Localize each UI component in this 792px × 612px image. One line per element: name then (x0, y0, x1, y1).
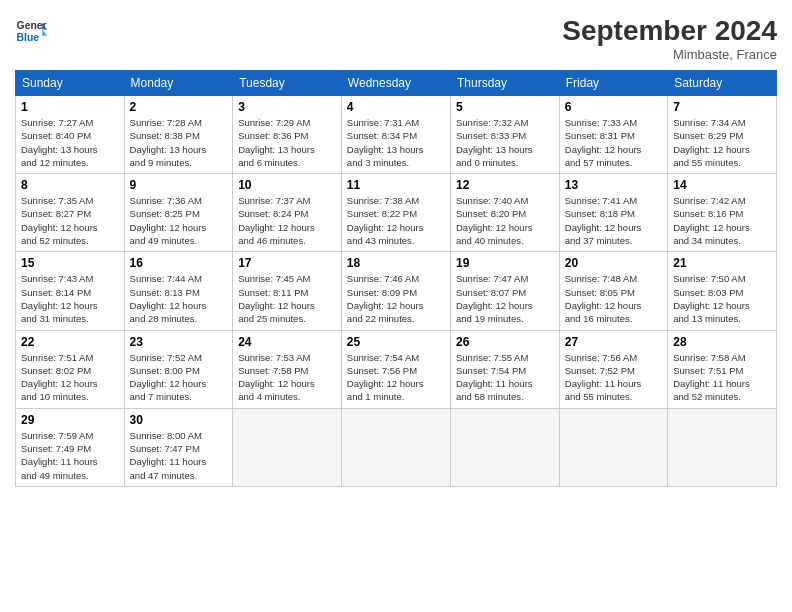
header-thursday: Thursday (450, 71, 559, 96)
day-number: 17 (238, 256, 336, 270)
header-wednesday: Wednesday (341, 71, 450, 96)
day-cell: 28Sunrise: 7:58 AM Sunset: 7:51 PM Dayli… (668, 330, 777, 408)
day-cell: 6Sunrise: 7:33 AM Sunset: 8:31 PM Daylig… (559, 96, 667, 174)
day-info: Sunrise: 7:27 AM Sunset: 8:40 PM Dayligh… (21, 116, 119, 169)
day-cell: 5Sunrise: 7:32 AM Sunset: 8:33 PM Daylig… (450, 96, 559, 174)
day-cell (233, 408, 342, 486)
day-number: 28 (673, 335, 771, 349)
header-saturday: Saturday (668, 71, 777, 96)
header-tuesday: Tuesday (233, 71, 342, 96)
day-number: 3 (238, 100, 336, 114)
day-cell: 25Sunrise: 7:54 AM Sunset: 7:56 PM Dayli… (341, 330, 450, 408)
title-block: September 2024 Mimbaste, France (562, 15, 777, 62)
day-number: 20 (565, 256, 662, 270)
day-info: Sunrise: 7:36 AM Sunset: 8:25 PM Dayligh… (130, 194, 228, 247)
day-number: 23 (130, 335, 228, 349)
day-number: 15 (21, 256, 119, 270)
day-cell: 4Sunrise: 7:31 AM Sunset: 8:34 PM Daylig… (341, 96, 450, 174)
day-info: Sunrise: 7:32 AM Sunset: 8:33 PM Dayligh… (456, 116, 554, 169)
day-info: Sunrise: 7:35 AM Sunset: 8:27 PM Dayligh… (21, 194, 119, 247)
day-cell: 19Sunrise: 7:47 AM Sunset: 8:07 PM Dayli… (450, 252, 559, 330)
day-number: 16 (130, 256, 228, 270)
day-number: 10 (238, 178, 336, 192)
day-info: Sunrise: 7:31 AM Sunset: 8:34 PM Dayligh… (347, 116, 445, 169)
day-number: 24 (238, 335, 336, 349)
week-row-4: 22Sunrise: 7:51 AM Sunset: 8:02 PM Dayli… (16, 330, 777, 408)
day-info: Sunrise: 7:28 AM Sunset: 8:38 PM Dayligh… (130, 116, 228, 169)
day-number: 19 (456, 256, 554, 270)
logo: General Blue (15, 15, 47, 47)
day-cell: 21Sunrise: 7:50 AM Sunset: 8:03 PM Dayli… (668, 252, 777, 330)
day-info: Sunrise: 7:46 AM Sunset: 8:09 PM Dayligh… (347, 272, 445, 325)
day-cell: 10Sunrise: 7:37 AM Sunset: 8:24 PM Dayli… (233, 174, 342, 252)
weekday-header-row: Sunday Monday Tuesday Wednesday Thursday… (16, 71, 777, 96)
day-info: Sunrise: 7:34 AM Sunset: 8:29 PM Dayligh… (673, 116, 771, 169)
day-cell: 8Sunrise: 7:35 AM Sunset: 8:27 PM Daylig… (16, 174, 125, 252)
day-info: Sunrise: 7:40 AM Sunset: 8:20 PM Dayligh… (456, 194, 554, 247)
day-cell: 15Sunrise: 7:43 AM Sunset: 8:14 PM Dayli… (16, 252, 125, 330)
day-number: 7 (673, 100, 771, 114)
day-number: 13 (565, 178, 662, 192)
day-cell: 26Sunrise: 7:55 AM Sunset: 7:54 PM Dayli… (450, 330, 559, 408)
day-info: Sunrise: 7:50 AM Sunset: 8:03 PM Dayligh… (673, 272, 771, 325)
day-info: Sunrise: 7:42 AM Sunset: 8:16 PM Dayligh… (673, 194, 771, 247)
day-cell: 27Sunrise: 7:56 AM Sunset: 7:52 PM Dayli… (559, 330, 667, 408)
header-monday: Monday (124, 71, 233, 96)
day-cell: 17Sunrise: 7:45 AM Sunset: 8:11 PM Dayli… (233, 252, 342, 330)
day-cell (341, 408, 450, 486)
day-number: 30 (130, 413, 228, 427)
day-cell: 14Sunrise: 7:42 AM Sunset: 8:16 PM Dayli… (668, 174, 777, 252)
day-number: 9 (130, 178, 228, 192)
day-info: Sunrise: 7:55 AM Sunset: 7:54 PM Dayligh… (456, 351, 554, 404)
day-info: Sunrise: 7:52 AM Sunset: 8:00 PM Dayligh… (130, 351, 228, 404)
day-info: Sunrise: 7:53 AM Sunset: 7:58 PM Dayligh… (238, 351, 336, 404)
day-number: 12 (456, 178, 554, 192)
header-friday: Friday (559, 71, 667, 96)
page-container: General Blue September 2024 Mimbaste, Fr… (0, 0, 792, 497)
day-info: Sunrise: 8:00 AM Sunset: 7:47 PM Dayligh… (130, 429, 228, 482)
week-row-2: 8Sunrise: 7:35 AM Sunset: 8:27 PM Daylig… (16, 174, 777, 252)
day-info: Sunrise: 7:47 AM Sunset: 8:07 PM Dayligh… (456, 272, 554, 325)
day-info: Sunrise: 7:29 AM Sunset: 8:36 PM Dayligh… (238, 116, 336, 169)
day-cell: 7Sunrise: 7:34 AM Sunset: 8:29 PM Daylig… (668, 96, 777, 174)
day-cell (559, 408, 667, 486)
day-number: 18 (347, 256, 445, 270)
day-cell: 29Sunrise: 7:59 AM Sunset: 7:49 PM Dayli… (16, 408, 125, 486)
day-info: Sunrise: 7:45 AM Sunset: 8:11 PM Dayligh… (238, 272, 336, 325)
day-cell: 24Sunrise: 7:53 AM Sunset: 7:58 PM Dayli… (233, 330, 342, 408)
day-info: Sunrise: 7:56 AM Sunset: 7:52 PM Dayligh… (565, 351, 662, 404)
day-number: 4 (347, 100, 445, 114)
day-number: 6 (565, 100, 662, 114)
day-cell: 18Sunrise: 7:46 AM Sunset: 8:09 PM Dayli… (341, 252, 450, 330)
day-number: 25 (347, 335, 445, 349)
day-number: 5 (456, 100, 554, 114)
day-number: 14 (673, 178, 771, 192)
logo-icon: General Blue (15, 15, 47, 47)
day-info: Sunrise: 7:43 AM Sunset: 8:14 PM Dayligh… (21, 272, 119, 325)
month-title: September 2024 (562, 15, 777, 47)
day-cell: 3Sunrise: 7:29 AM Sunset: 8:36 PM Daylig… (233, 96, 342, 174)
day-number: 21 (673, 256, 771, 270)
day-number: 29 (21, 413, 119, 427)
day-cell: 1Sunrise: 7:27 AM Sunset: 8:40 PM Daylig… (16, 96, 125, 174)
day-number: 27 (565, 335, 662, 349)
day-cell: 23Sunrise: 7:52 AM Sunset: 8:00 PM Dayli… (124, 330, 233, 408)
day-cell: 22Sunrise: 7:51 AM Sunset: 8:02 PM Dayli… (16, 330, 125, 408)
day-cell: 11Sunrise: 7:38 AM Sunset: 8:22 PM Dayli… (341, 174, 450, 252)
day-info: Sunrise: 7:38 AM Sunset: 8:22 PM Dayligh… (347, 194, 445, 247)
svg-text:Blue: Blue (17, 32, 40, 43)
week-row-3: 15Sunrise: 7:43 AM Sunset: 8:14 PM Dayli… (16, 252, 777, 330)
day-cell: 12Sunrise: 7:40 AM Sunset: 8:20 PM Dayli… (450, 174, 559, 252)
day-cell: 9Sunrise: 7:36 AM Sunset: 8:25 PM Daylig… (124, 174, 233, 252)
location: Mimbaste, France (562, 47, 777, 62)
week-row-5: 29Sunrise: 7:59 AM Sunset: 7:49 PM Dayli… (16, 408, 777, 486)
day-info: Sunrise: 7:33 AM Sunset: 8:31 PM Dayligh… (565, 116, 662, 169)
day-cell: 30Sunrise: 8:00 AM Sunset: 7:47 PM Dayli… (124, 408, 233, 486)
header: General Blue September 2024 Mimbaste, Fr… (15, 15, 777, 62)
day-cell: 2Sunrise: 7:28 AM Sunset: 8:38 PM Daylig… (124, 96, 233, 174)
day-info: Sunrise: 7:44 AM Sunset: 8:13 PM Dayligh… (130, 272, 228, 325)
day-number: 11 (347, 178, 445, 192)
day-info: Sunrise: 7:41 AM Sunset: 8:18 PM Dayligh… (565, 194, 662, 247)
day-cell: 16Sunrise: 7:44 AM Sunset: 8:13 PM Dayli… (124, 252, 233, 330)
day-info: Sunrise: 7:58 AM Sunset: 7:51 PM Dayligh… (673, 351, 771, 404)
